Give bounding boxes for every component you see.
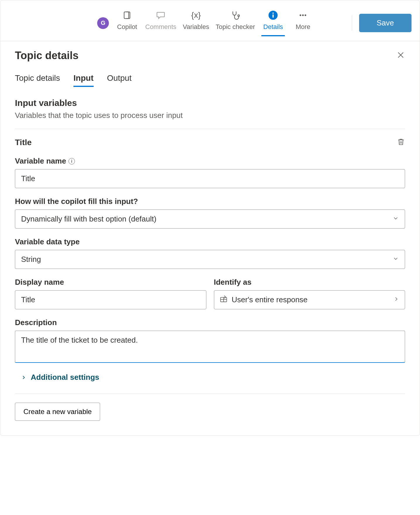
save-button[interactable]: Save [359,14,412,32]
display-name-label: Display name [15,278,206,287]
svg-point-5 [302,14,304,16]
chevron-right-icon [393,295,400,304]
toolbar-item-label: Details [263,23,283,31]
svg-point-4 [300,14,301,16]
info-icon[interactable]: i [68,158,75,164]
identify-as-button[interactable]: User's entire response [214,290,405,309]
toolbar-divider [352,16,352,31]
additional-settings-expander[interactable]: Additional settings [21,373,405,382]
chevron-down-icon [392,214,399,224]
toolbar-item-label: Comments [145,23,176,31]
identify-as-label: Identify as [214,278,405,287]
fill-method-value: Dynamically fill with best option (defau… [21,214,156,224]
fill-method-select[interactable]: Dynamically fill with best option (defau… [15,210,405,229]
section-title: Input variables [15,98,405,108]
variables-icon: {x} [191,10,201,20]
toolbar: G Copilot Comments [0,0,420,41]
panel-title: Topic details [15,49,78,62]
tab-input[interactable]: Input [73,73,93,86]
svg-point-2 [272,12,274,13]
delete-variable-button[interactable] [397,138,405,147]
toolbar-item-label: Topic checker [216,23,255,31]
details-panel: Topic details Topic details Input Output… [0,41,420,435]
toolbar-item-copilot[interactable]: Copilot [115,10,139,36]
separator [15,129,405,129]
toolbar-item-comments[interactable]: Comments [145,10,176,36]
tab-topic-details[interactable]: Topic details [15,73,60,86]
entity-icon [220,295,228,305]
variable-title: Title [15,138,32,147]
toolbar-item-details[interactable]: Details [261,10,285,36]
comment-icon [156,10,166,20]
user-avatar[interactable]: G [97,17,109,29]
svg-point-6 [305,14,306,16]
toolbar-item-label: Variables [183,23,209,31]
more-icon [298,10,308,20]
chevron-down-icon [392,255,399,264]
datatype-select[interactable]: String [15,250,405,269]
close-button[interactable] [396,51,405,61]
separator [15,394,405,394]
copilot-icon [122,10,132,20]
svg-rect-3 [272,14,274,18]
toolbar-item-label: Copilot [117,23,137,31]
display-name-input[interactable] [15,290,206,309]
stethoscope-icon [230,10,240,20]
tab-output[interactable]: Output [107,73,132,86]
toolbar-item-more[interactable]: More [291,10,315,36]
variable-name-input[interactable] [15,169,405,188]
identify-as-value: User's entire response [232,295,308,304]
create-variable-button[interactable]: Create a new variable [15,403,100,421]
info-icon [268,10,278,20]
panel-tabs: Topic details Input Output [15,73,405,86]
variable-name-label: Variable name i [15,157,405,166]
toolbar-item-label: More [296,23,310,31]
toolbar-item-variables[interactable]: {x} Variables [183,10,209,36]
datatype-value: String [21,255,41,264]
toolbar-item-topic-checker[interactable]: Topic checker [216,10,255,36]
description-label: Description [15,318,405,327]
fill-method-label: How will the copilot fill this input? [15,197,405,206]
description-input[interactable] [15,331,405,363]
svg-point-0 [238,15,239,16]
datatype-label: Variable data type [15,237,405,246]
section-subtitle: Variables that the topic uses to process… [15,111,405,120]
